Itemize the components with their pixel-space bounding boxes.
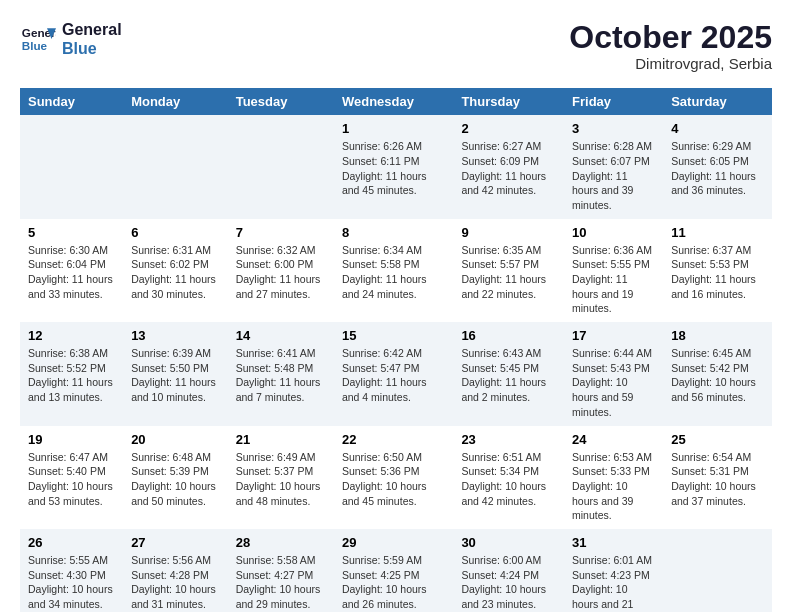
calendar-cell: 1Sunrise: 6:26 AM Sunset: 6:11 PM Daylig… xyxy=(334,115,453,218)
day-info: Sunrise: 5:59 AM Sunset: 4:25 PM Dayligh… xyxy=(342,553,445,612)
day-number: 9 xyxy=(461,225,556,240)
calendar-cell xyxy=(123,115,228,218)
day-number: 29 xyxy=(342,535,445,550)
day-info: Sunrise: 6:36 AM Sunset: 5:55 PM Dayligh… xyxy=(572,243,655,316)
week-row-2: 5Sunrise: 6:30 AM Sunset: 6:04 PM Daylig… xyxy=(20,219,772,322)
day-info: Sunrise: 6:47 AM Sunset: 5:40 PM Dayligh… xyxy=(28,450,115,509)
calendar-cell xyxy=(228,115,334,218)
day-info: Sunrise: 5:55 AM Sunset: 4:30 PM Dayligh… xyxy=(28,553,115,612)
day-info: Sunrise: 6:28 AM Sunset: 6:07 PM Dayligh… xyxy=(572,139,655,212)
day-info: Sunrise: 6:38 AM Sunset: 5:52 PM Dayligh… xyxy=(28,346,115,405)
day-number: 10 xyxy=(572,225,655,240)
calendar-cell: 29Sunrise: 5:59 AM Sunset: 4:25 PM Dayli… xyxy=(334,529,453,612)
calendar-cell: 18Sunrise: 6:45 AM Sunset: 5:42 PM Dayli… xyxy=(663,322,772,425)
weekday-header-monday: Monday xyxy=(123,88,228,115)
calendar-cell: 3Sunrise: 6:28 AM Sunset: 6:07 PM Daylig… xyxy=(564,115,663,218)
day-info: Sunrise: 5:56 AM Sunset: 4:28 PM Dayligh… xyxy=(131,553,220,612)
day-info: Sunrise: 6:42 AM Sunset: 5:47 PM Dayligh… xyxy=(342,346,445,405)
day-number: 7 xyxy=(236,225,326,240)
day-number: 30 xyxy=(461,535,556,550)
page-header: General Blue General Blue October 2025 D… xyxy=(20,20,772,72)
day-number: 23 xyxy=(461,432,556,447)
weekday-header-wednesday: Wednesday xyxy=(334,88,453,115)
calendar-cell: 24Sunrise: 6:53 AM Sunset: 5:33 PM Dayli… xyxy=(564,426,663,529)
calendar-cell: 26Sunrise: 5:55 AM Sunset: 4:30 PM Dayli… xyxy=(20,529,123,612)
calendar-cell: 19Sunrise: 6:47 AM Sunset: 5:40 PM Dayli… xyxy=(20,426,123,529)
day-number: 17 xyxy=(572,328,655,343)
calendar-cell: 10Sunrise: 6:36 AM Sunset: 5:55 PM Dayli… xyxy=(564,219,663,322)
calendar-cell: 22Sunrise: 6:50 AM Sunset: 5:36 PM Dayli… xyxy=(334,426,453,529)
day-number: 13 xyxy=(131,328,220,343)
calendar-cell: 27Sunrise: 5:56 AM Sunset: 4:28 PM Dayli… xyxy=(123,529,228,612)
day-number: 21 xyxy=(236,432,326,447)
day-number: 20 xyxy=(131,432,220,447)
weekday-header-sunday: Sunday xyxy=(20,88,123,115)
day-info: Sunrise: 6:45 AM Sunset: 5:42 PM Dayligh… xyxy=(671,346,764,405)
calendar-cell: 17Sunrise: 6:44 AM Sunset: 5:43 PM Dayli… xyxy=(564,322,663,425)
day-info: Sunrise: 6:54 AM Sunset: 5:31 PM Dayligh… xyxy=(671,450,764,509)
calendar-cell: 31Sunrise: 6:01 AM Sunset: 4:23 PM Dayli… xyxy=(564,529,663,612)
day-info: Sunrise: 6:29 AM Sunset: 6:05 PM Dayligh… xyxy=(671,139,764,198)
day-number: 18 xyxy=(671,328,764,343)
day-number: 19 xyxy=(28,432,115,447)
day-number: 2 xyxy=(461,121,556,136)
calendar-cell: 6Sunrise: 6:31 AM Sunset: 6:02 PM Daylig… xyxy=(123,219,228,322)
calendar-cell: 20Sunrise: 6:48 AM Sunset: 5:39 PM Dayli… xyxy=(123,426,228,529)
day-number: 12 xyxy=(28,328,115,343)
day-number: 14 xyxy=(236,328,326,343)
week-row-1: 1Sunrise: 6:26 AM Sunset: 6:11 PM Daylig… xyxy=(20,115,772,218)
calendar-cell: 14Sunrise: 6:41 AM Sunset: 5:48 PM Dayli… xyxy=(228,322,334,425)
day-number: 1 xyxy=(342,121,445,136)
calendar-cell: 12Sunrise: 6:38 AM Sunset: 5:52 PM Dayli… xyxy=(20,322,123,425)
day-info: Sunrise: 6:53 AM Sunset: 5:33 PM Dayligh… xyxy=(572,450,655,523)
day-info: Sunrise: 6:01 AM Sunset: 4:23 PM Dayligh… xyxy=(572,553,655,612)
weekday-header-friday: Friday xyxy=(564,88,663,115)
day-number: 3 xyxy=(572,121,655,136)
logo-general: General xyxy=(62,20,122,39)
day-info: Sunrise: 6:31 AM Sunset: 6:02 PM Dayligh… xyxy=(131,243,220,302)
weekday-header-saturday: Saturday xyxy=(663,88,772,115)
calendar-cell xyxy=(663,529,772,612)
day-info: Sunrise: 6:35 AM Sunset: 5:57 PM Dayligh… xyxy=(461,243,556,302)
day-number: 26 xyxy=(28,535,115,550)
month-title: October 2025 xyxy=(569,20,772,55)
day-number: 8 xyxy=(342,225,445,240)
location: Dimitrovgrad, Serbia xyxy=(569,55,772,72)
calendar-cell: 4Sunrise: 6:29 AM Sunset: 6:05 PM Daylig… xyxy=(663,115,772,218)
day-info: Sunrise: 6:44 AM Sunset: 5:43 PM Dayligh… xyxy=(572,346,655,419)
day-info: Sunrise: 6:32 AM Sunset: 6:00 PM Dayligh… xyxy=(236,243,326,302)
weekday-header-tuesday: Tuesday xyxy=(228,88,334,115)
day-number: 31 xyxy=(572,535,655,550)
day-number: 15 xyxy=(342,328,445,343)
week-row-5: 26Sunrise: 5:55 AM Sunset: 4:30 PM Dayli… xyxy=(20,529,772,612)
day-info: Sunrise: 5:58 AM Sunset: 4:27 PM Dayligh… xyxy=(236,553,326,612)
weekday-header-thursday: Thursday xyxy=(453,88,564,115)
calendar-cell: 28Sunrise: 5:58 AM Sunset: 4:27 PM Dayli… xyxy=(228,529,334,612)
day-info: Sunrise: 6:37 AM Sunset: 5:53 PM Dayligh… xyxy=(671,243,764,302)
day-info: Sunrise: 6:30 AM Sunset: 6:04 PM Dayligh… xyxy=(28,243,115,302)
day-number: 28 xyxy=(236,535,326,550)
logo: General Blue General Blue xyxy=(20,20,122,58)
calendar-header-row: SundayMondayTuesdayWednesdayThursdayFrid… xyxy=(20,88,772,115)
title-block: October 2025 Dimitrovgrad, Serbia xyxy=(569,20,772,72)
calendar-cell: 2Sunrise: 6:27 AM Sunset: 6:09 PM Daylig… xyxy=(453,115,564,218)
calendar-cell xyxy=(20,115,123,218)
calendar-cell: 9Sunrise: 6:35 AM Sunset: 5:57 PM Daylig… xyxy=(453,219,564,322)
calendar-cell: 13Sunrise: 6:39 AM Sunset: 5:50 PM Dayli… xyxy=(123,322,228,425)
day-info: Sunrise: 6:00 AM Sunset: 4:24 PM Dayligh… xyxy=(461,553,556,612)
calendar-cell: 16Sunrise: 6:43 AM Sunset: 5:45 PM Dayli… xyxy=(453,322,564,425)
svg-text:Blue: Blue xyxy=(22,39,48,52)
day-info: Sunrise: 6:34 AM Sunset: 5:58 PM Dayligh… xyxy=(342,243,445,302)
calendar-cell: 7Sunrise: 6:32 AM Sunset: 6:00 PM Daylig… xyxy=(228,219,334,322)
day-number: 22 xyxy=(342,432,445,447)
day-info: Sunrise: 6:48 AM Sunset: 5:39 PM Dayligh… xyxy=(131,450,220,509)
calendar-cell: 5Sunrise: 6:30 AM Sunset: 6:04 PM Daylig… xyxy=(20,219,123,322)
logo-blue: Blue xyxy=(62,39,122,58)
calendar-cell: 25Sunrise: 6:54 AM Sunset: 5:31 PM Dayli… xyxy=(663,426,772,529)
day-number: 5 xyxy=(28,225,115,240)
calendar-cell: 8Sunrise: 6:34 AM Sunset: 5:58 PM Daylig… xyxy=(334,219,453,322)
day-number: 11 xyxy=(671,225,764,240)
day-info: Sunrise: 6:39 AM Sunset: 5:50 PM Dayligh… xyxy=(131,346,220,405)
calendar-cell: 15Sunrise: 6:42 AM Sunset: 5:47 PM Dayli… xyxy=(334,322,453,425)
week-row-4: 19Sunrise: 6:47 AM Sunset: 5:40 PM Dayli… xyxy=(20,426,772,529)
